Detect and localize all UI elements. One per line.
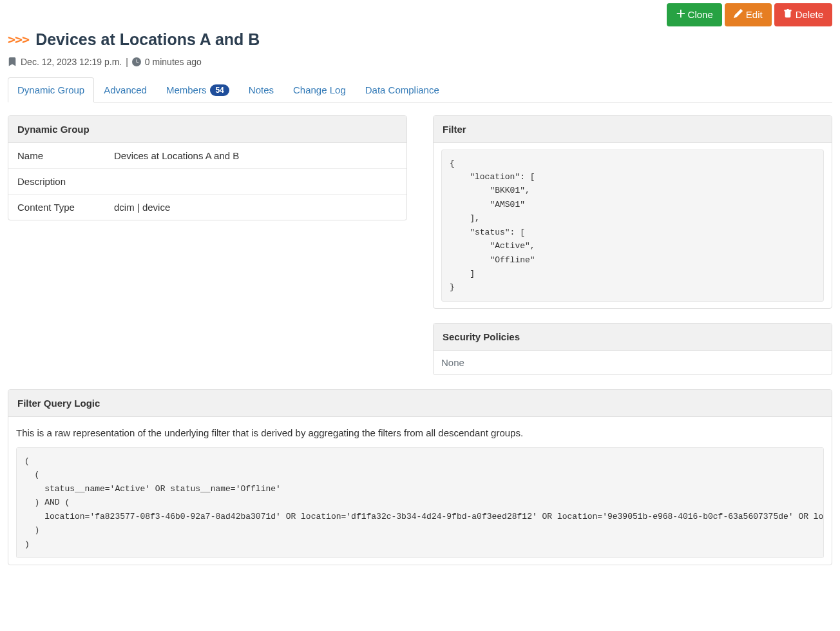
tab-label: Notes	[249, 84, 274, 95]
panel-title: Dynamic Group	[8, 116, 406, 143]
panel-title: Filter	[434, 116, 832, 143]
dynamic-group-panel: Dynamic Group Name Devices at Locations …	[8, 115, 407, 220]
dynamic-group-table: Name Devices at Locations A and B Descri…	[8, 143, 406, 220]
tab-dynamic-group[interactable]: Dynamic Group	[8, 77, 94, 102]
row-content-type: Content Type dcim | device	[8, 194, 406, 220]
page-header: >>> Devices at Locations A and B	[8, 30, 832, 49]
tab-notes[interactable]: Notes	[239, 77, 283, 102]
field-value: Devices at Locations A and B	[105, 143, 406, 169]
relative-time: 0 minutes ago	[145, 57, 202, 67]
delete-button[interactable]: Delete	[774, 3, 832, 26]
tab-members[interactable]: Members 54	[157, 77, 239, 102]
edit-button[interactable]: Edit	[725, 3, 772, 26]
right-column: Filter { "location": [ "BKK01", "AMS01" …	[433, 115, 832, 375]
plus-icon	[676, 8, 685, 21]
filter-query-code[interactable]: ( ( status__name='Active' OR status__nam…	[16, 447, 824, 558]
left-column: Dynamic Group Name Devices at Locations …	[8, 115, 407, 220]
created-timestamp: Dec. 12, 2023 12:19 p.m.	[21, 57, 122, 67]
content-columns: Dynamic Group Name Devices at Locations …	[8, 115, 832, 375]
meta-row: Dec. 12, 2023 12:19 p.m. | 0 minutes ago	[8, 57, 832, 67]
clock-icon	[132, 57, 141, 66]
tab-advanced[interactable]: Advanced	[94, 77, 157, 102]
field-value	[105, 168, 406, 194]
tab-label: Dynamic Group	[17, 84, 84, 95]
panel-title: Security Policies	[434, 324, 832, 351]
pencil-icon	[734, 8, 743, 21]
clone-button-label: Clone	[688, 8, 713, 21]
bookmark-icon	[8, 57, 17, 66]
filter-query-description: This is a raw representation of the unde…	[16, 427, 824, 438]
tab-data-compliance[interactable]: Data Compliance	[356, 77, 449, 102]
tab-label: Advanced	[104, 84, 147, 95]
edit-button-label: Edit	[746, 8, 763, 21]
panel-title: Filter Query Logic	[8, 390, 832, 417]
filter-panel: Filter { "location": [ "BKK01", "AMS01" …	[433, 115, 832, 309]
field-label: Description	[8, 168, 105, 194]
tab-label: Data Compliance	[365, 84, 439, 95]
field-label: Content Type	[8, 194, 105, 220]
trash-icon	[783, 8, 792, 21]
row-description: Description	[8, 168, 406, 194]
clone-button[interactable]: Clone	[667, 3, 722, 26]
filter-query-logic-panel: Filter Query Logic This is a raw represe…	[8, 389, 832, 565]
security-policies-panel: Security Policies None	[433, 323, 832, 375]
filter-json-code: { "location": [ "BKK01", "AMS01" ], "sta…	[441, 150, 824, 302]
meta-separator: |	[126, 57, 128, 67]
field-value: dcim | device	[105, 194, 406, 220]
security-policies-value: None	[441, 357, 464, 368]
row-name: Name Devices at Locations A and B	[8, 143, 406, 169]
members-count-badge: 54	[210, 84, 229, 96]
field-label: Name	[8, 143, 105, 169]
tabs: Dynamic Group Advanced Members 54 Notes …	[8, 77, 832, 102]
chevrons-icon: >>>	[8, 32, 29, 47]
page-title: Devices at Locations A and B	[35, 30, 260, 49]
tab-label: Members	[166, 84, 207, 95]
action-bar: Clone Edit Delete	[8, 3, 832, 26]
filter-query-body: This is a raw representation of the unde…	[8, 417, 832, 565]
filter-body: { "location": [ "BKK01", "AMS01" ], "sta…	[434, 143, 832, 308]
delete-button-label: Delete	[796, 8, 823, 21]
tab-label: Change Log	[293, 84, 346, 95]
tab-change-log[interactable]: Change Log	[283, 77, 356, 102]
